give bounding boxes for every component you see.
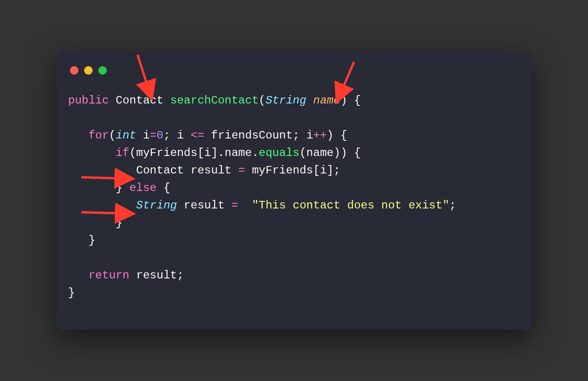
code-line-12: }: [68, 286, 75, 299]
brace-close: }: [68, 286, 75, 299]
type-contact-local: Contact: [136, 164, 184, 177]
window-minimize-icon[interactable]: [84, 66, 93, 75]
text-result: result: [184, 164, 238, 177]
code-line-4: if(myFriends[i].name.equals(name)) {: [68, 147, 361, 159]
type-int: int: [116, 129, 136, 142]
param-type-string: String: [266, 94, 306, 107]
indent: [68, 216, 116, 229]
indent: [68, 199, 136, 212]
code-line-9: }: [68, 234, 95, 247]
brace-close: }: [116, 216, 122, 229]
return-type-contact: Contact: [116, 94, 164, 107]
method-equals: equals: [259, 147, 299, 159]
indent: [68, 147, 116, 159]
op-inc: ++: [313, 129, 327, 142]
paren-open: (: [259, 94, 265, 107]
keyword-return: return: [88, 269, 129, 282]
op-lte: <=: [190, 129, 204, 142]
gap: [238, 199, 252, 212]
text-semi-i: ; i: [164, 129, 191, 142]
indent: [68, 129, 88, 142]
window-close-icon[interactable]: [70, 66, 78, 75]
op-assign: =: [150, 129, 156, 142]
keyword-for: for: [88, 129, 109, 142]
paren-open: (: [109, 129, 115, 142]
page-stage: public Contact searchContact(String name…: [0, 0, 588, 381]
keyword-else: else: [130, 182, 157, 194]
number-zero: 0: [156, 129, 163, 142]
op-assign: =: [238, 164, 245, 177]
text-myfriends-name: (myFriends[i].name.: [130, 147, 259, 159]
op-assign: =: [232, 199, 238, 212]
brace-close: }: [88, 234, 95, 247]
keyword-public: public: [68, 94, 109, 107]
indent: [68, 182, 116, 194]
code-line-1: public Contact searchContact(String name…: [68, 94, 361, 107]
brace-close: }: [116, 182, 130, 194]
code-line-7: String result = "This contact does not e…: [68, 199, 456, 212]
window-zoom-icon[interactable]: [98, 66, 107, 75]
param-name: name: [313, 94, 341, 107]
code-window: public Contact searchContact(String name…: [57, 51, 531, 330]
brace-open: {: [156, 182, 170, 194]
keyword-if: if: [116, 147, 130, 159]
function-name: searchContact: [170, 94, 259, 107]
window-traffic-lights: [70, 66, 520, 75]
code-line-6: } else {: [68, 182, 170, 194]
text-myfriends-i: myFriends[i];: [245, 164, 340, 177]
code-line-8: }: [68, 216, 122, 229]
paren-close-brace: ) {: [327, 129, 347, 142]
code-block: public Contact searchContact(String name…: [68, 92, 520, 302]
text-result: result;: [130, 269, 184, 282]
text-result: result: [177, 199, 231, 212]
text-friendscount: friendsCount; i: [204, 129, 313, 142]
indent: [68, 234, 88, 247]
var-i: i: [136, 129, 150, 142]
indent: [68, 269, 88, 282]
string-literal: "This contact does not exist": [252, 199, 450, 212]
type-string-local: String: [136, 199, 177, 212]
text-name-close: (name)) {: [300, 147, 361, 159]
semicolon: ;: [450, 199, 456, 212]
indent: [68, 164, 136, 177]
code-line-5: Contact result = myFriends[i];: [68, 164, 340, 177]
paren-close-brace: ) {: [340, 94, 361, 107]
code-line-3: for(int i=0; i <= friendsCount; i++) {: [68, 129, 347, 142]
code-line-11: return result;: [68, 269, 184, 282]
